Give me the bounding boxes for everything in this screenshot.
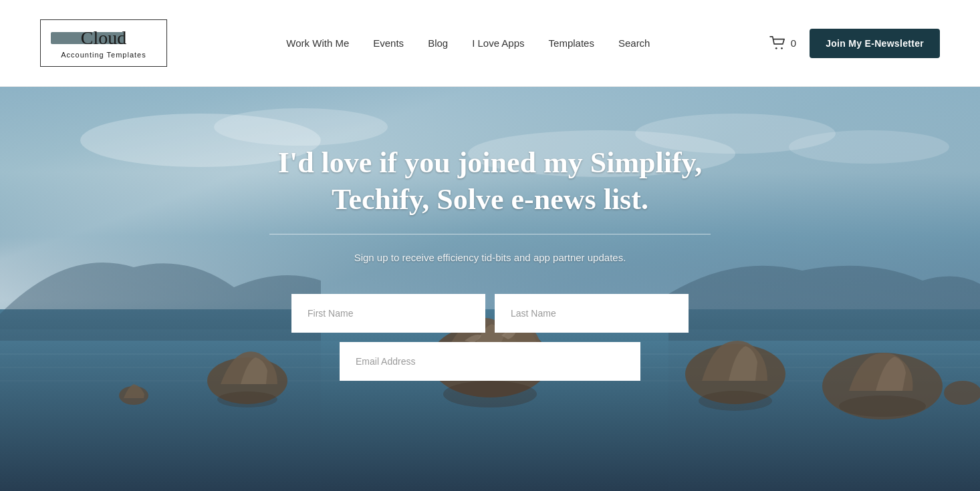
logo-line2: Accounting Templates bbox=[54, 51, 153, 59]
nav-i-love-apps[interactable]: I Love Apps bbox=[472, 37, 524, 49]
cart-button[interactable]: 0 bbox=[769, 36, 796, 51]
hero-subtitle: Sign up to receive efficiency tid-bits a… bbox=[27, 252, 953, 263]
nav-events[interactable]: Events bbox=[373, 37, 404, 49]
newsletter-form bbox=[0, 294, 980, 381]
svg-point-0 bbox=[775, 47, 777, 49]
nav-blog[interactable]: Blog bbox=[428, 37, 448, 49]
last-name-input[interactable] bbox=[495, 294, 689, 333]
hero-content: I'd love if you joined my Simplify, Tech… bbox=[0, 144, 980, 287]
form-email-row bbox=[340, 342, 640, 381]
svg-point-1 bbox=[781, 47, 783, 49]
email-input[interactable] bbox=[340, 342, 640, 381]
site-logo[interactable]: Cloud Accounting Templates bbox=[40, 19, 167, 67]
site-header: Cloud Accounting Templates Work With Me … bbox=[0, 0, 980, 87]
nav-work-with-me[interactable]: Work With Me bbox=[286, 37, 349, 49]
join-newsletter-button[interactable]: Join My E-Newsletter bbox=[810, 29, 940, 58]
first-name-input[interactable] bbox=[291, 294, 485, 333]
form-name-row bbox=[291, 294, 689, 333]
nav-templates[interactable]: Templates bbox=[549, 37, 594, 49]
header-right: 0 Join My E-Newsletter bbox=[769, 29, 940, 58]
hero-section: I'd love if you joined my Simplify, Tech… bbox=[0, 87, 980, 491]
cart-icon bbox=[769, 36, 787, 51]
hero-title: I'd love if you joined my Simplify, Tech… bbox=[263, 144, 717, 218]
hero-divider bbox=[269, 234, 711, 234]
nav-search[interactable]: Search bbox=[618, 37, 650, 49]
logo-line1: Cloud bbox=[54, 27, 153, 49]
main-nav: Work With Me Events Blog I Love Apps Tem… bbox=[286, 37, 650, 49]
cart-count: 0 bbox=[791, 37, 796, 49]
